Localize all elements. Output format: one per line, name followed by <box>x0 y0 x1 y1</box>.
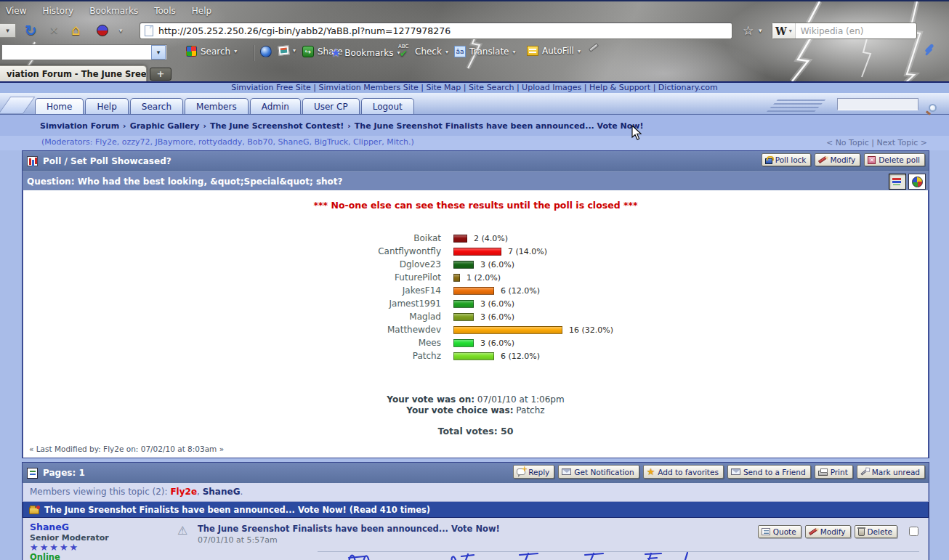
browser-search-box[interactable]: W ▾ Wikipedia (en) <box>772 23 917 39</box>
mouse-cursor <box>631 125 645 141</box>
site-links-bar[interactable]: Simviation Free Site | Simviation Member… <box>0 81 949 93</box>
bar-chart-view-button[interactable] <box>889 174 906 190</box>
addon-dropdown-icon[interactable]: ▾ <box>119 27 123 34</box>
post-select-checkbox[interactable] <box>909 527 918 536</box>
crumb-contest[interactable]: The June Screenshot Contest! <box>210 121 344 131</box>
get-notification-button[interactable]: Get Notification <box>558 465 639 479</box>
viewing-user-fly2e[interactable]: Fly2e <box>170 487 197 497</box>
quote-button[interactable]: Quote <box>758 525 801 538</box>
highlighter-button[interactable] <box>589 46 599 49</box>
post-modify-button[interactable]: Modify <box>805 525 851 538</box>
check-dropdown-icon[interactable]: ▾ <box>445 49 448 55</box>
tab-members[interactable]: Members <box>185 98 249 114</box>
next-topic-link[interactable]: Next Topic > <box>876 138 927 147</box>
home-icon[interactable]: ⌂ <box>71 21 81 38</box>
autofill-dropdown-icon[interactable]: ▾ <box>578 48 581 54</box>
poll-result-row: Cantflywontfly7 (14.0%) <box>23 245 928 258</box>
new-tab-button[interactable]: + <box>150 68 171 81</box>
toolbar-search-dropdown[interactable]: ▾ <box>151 45 166 60</box>
poll-result-value: 2 (4.0%) <box>474 234 508 243</box>
tab-admin[interactable]: Admin <box>250 98 301 114</box>
poll-results-chart: Boikat2 (4.0%)Cantflywontfly7 (14.0%)Dgl… <box>23 232 928 362</box>
tab-help[interactable]: Help <box>85 98 128 114</box>
crumb-forum[interactable]: Simviation Forum <box>40 121 119 131</box>
forum-nav-tabs: Home Help Search Members Admin User CP L… <box>35 98 414 114</box>
poll-modify-button[interactable]: Modify <box>815 153 860 166</box>
reload-icon[interactable]: ↻ <box>25 22 37 39</box>
vote-choice-value: Patchz <box>516 405 544 415</box>
pages-icon <box>27 468 38 479</box>
viewing-user-shaneg[interactable]: ShaneG <box>203 487 241 497</box>
poll-delete-button[interactable]: ✕Delete poll <box>864 153 925 166</box>
toolbar-settings-icon[interactable] <box>924 44 934 53</box>
menu-bar: View History Bookmarks Tools Help <box>6 4 211 18</box>
stop-icon[interactable]: ✕ <box>49 24 59 37</box>
breadcrumb: Simviation Forum›Graphic Gallery›The Jun… <box>0 115 949 136</box>
translate-label[interactable]: Translate <box>469 46 509 57</box>
poll-result-row: Boikat2 (4.0%) <box>23 232 928 245</box>
check-label[interactable]: Check <box>415 46 442 57</box>
menu-bookmarks[interactable]: Bookmarks <box>89 6 138 16</box>
menu-help[interactable]: Help <box>192 6 211 16</box>
vote-choice-label: Your vote choice was: <box>406 405 513 415</box>
post-handwriting-preview <box>343 551 750 560</box>
tab-search[interactable]: Search <box>130 98 183 114</box>
poll-option-label: Matthewdev <box>23 325 441 335</box>
reply-button[interactable]: Reply <box>513 465 554 479</box>
tab-logout[interactable]: Logout <box>361 98 414 114</box>
no-topic-link[interactable]: < No Topic <box>826 138 869 147</box>
moderators-list[interactable]: (Moderators: Fly2e, ozzy72, JBaymore, ro… <box>41 137 414 147</box>
add-to-favorites-button[interactable]: ★Add to favorites <box>643 465 724 479</box>
pages-label: Pages: 1 <box>43 468 85 478</box>
bookmark-star-icon[interactable]: ☆ <box>743 23 754 38</box>
autofill-button[interactable]: AutoFill ▾ <box>527 46 581 56</box>
post-delete-button[interactable]: Delete <box>855 525 898 538</box>
check-button[interactable]: ABC ✔ Check ▾ <box>398 46 448 57</box>
menu-history[interactable]: History <box>42 6 73 16</box>
pie-chart-view-button[interactable] <box>908 174 926 190</box>
forum-search-icon[interactable] <box>929 104 937 112</box>
crumb-topic[interactable]: The June Sreenshot Finalists have been a… <box>355 121 644 131</box>
google-earth-button[interactable] <box>260 46 272 57</box>
nav-decoration-lines <box>767 97 828 112</box>
poll-option-label: Mees <box>23 338 441 348</box>
back-forward-dropdown[interactable]: ▾ <box>0 23 16 38</box>
photos-dropdown-icon[interactable]: ▾ <box>293 47 296 54</box>
menu-view[interactable]: View <box>6 6 26 16</box>
search-provider-selector[interactable]: W ▾ <box>772 23 796 38</box>
photos-button[interactable]: ▾ <box>278 46 296 55</box>
search-dropdown-icon[interactable]: ▾ <box>234 48 237 54</box>
poll-result-row: Dglove233 (6.0%) <box>23 258 928 271</box>
search-provider-name[interactable]: Wikipedia (en) <box>796 26 864 36</box>
print-button[interactable]: Print <box>815 465 853 479</box>
browser-chrome: View History Bookmarks Tools Help ▾ ↻ ✕ … <box>0 0 949 81</box>
poll-result-bar <box>453 274 460 282</box>
tab-home[interactable]: Home <box>35 98 84 114</box>
crumb-gallery[interactable]: Graphic Gallery <box>130 121 200 131</box>
poll-lock-button[interactable]: Poll lock <box>762 153 812 166</box>
mark-unread-button[interactable]: Mark unread <box>857 465 925 479</box>
autofill-label[interactable]: AutoFill <box>542 46 574 56</box>
post-author-column: ShaneG Senior Moderator ★★★★★ Online <box>23 518 169 560</box>
address-bar[interactable]: http://205.252.250.26/cgi-bin/yabb2/YaBB… <box>140 23 732 39</box>
translate-dropdown-icon[interactable]: ▾ <box>513 49 516 55</box>
tab-usercp[interactable]: User CP <box>302 98 360 114</box>
poll-result-row: Mees3 (6.0%) <box>23 336 928 349</box>
menu-tools[interactable]: Tools <box>154 6 176 16</box>
toolbar-search-input[interactable] <box>1 44 167 60</box>
poll-option-label: Cantflywontfly <box>23 246 441 256</box>
bookmarks-button[interactable]: ★ Bookmarks ▾ <box>331 46 400 60</box>
addon-icon[interactable] <box>97 25 108 36</box>
post-author-link[interactable]: ShaneG <box>30 522 169 532</box>
translate-button[interactable]: âa Translate ▾ <box>454 46 516 57</box>
bookmarks-label[interactable]: Bookmarks <box>344 48 393 58</box>
provider-dropdown-icon[interactable]: ▾ <box>789 28 792 34</box>
toolbar-search-button[interactable]: Search ▾ <box>186 46 237 57</box>
address-url[interactable]: http://205.252.250.26/cgi-bin/yabb2/YaBB… <box>158 25 451 36</box>
send-to-friend-button[interactable]: Send to a Friend <box>727 465 811 479</box>
poll-result-row: Maglad3 (6.0%) <box>23 310 928 323</box>
forum-search-input[interactable] <box>837 98 918 110</box>
toolbar-search-label[interactable]: Search <box>201 46 230 57</box>
active-tab[interactable]: viation Forum - The June Sreens... <box>0 65 147 83</box>
bookmark-dropdown-icon[interactable]: ▾ <box>759 27 762 34</box>
